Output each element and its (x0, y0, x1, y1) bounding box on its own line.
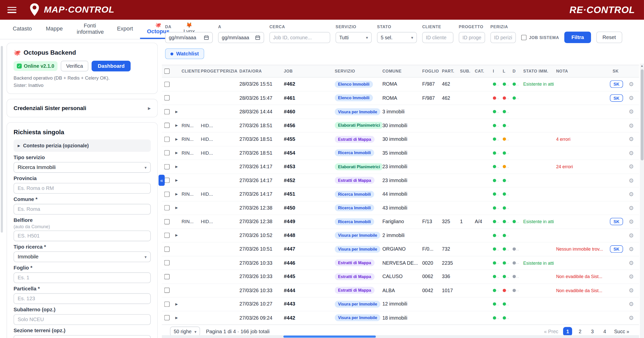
expand-row-icon[interactable]: ▶ (175, 192, 178, 196)
progetto-input[interactable] (459, 32, 485, 43)
next-page-button[interactable]: Succ » (614, 329, 629, 334)
gear-icon[interactable]: ⚙ (629, 81, 634, 87)
expand-row-icon[interactable]: ▶ (175, 137, 178, 141)
row-checkbox[interactable] (164, 301, 169, 307)
table-row[interactable]: ▶RIN...HID...27/03/26 18:51#454Ricerca I… (162, 146, 639, 160)
table-row[interactable]: 27/03/26 10:33#446Estratti di MappaNERVE… (162, 256, 639, 270)
table-row[interactable]: ▶27/03/26 14:17#453Elaborati Planimetric… (162, 160, 639, 174)
menu-icon[interactable] (7, 7, 16, 13)
gear-icon[interactable]: ⚙ (629, 287, 634, 294)
row-checkbox[interactable] (164, 123, 169, 128)
subalterno-opz-input[interactable] (14, 314, 151, 325)
row-checkbox[interactable] (164, 109, 169, 114)
row-checkbox[interactable] (164, 95, 169, 100)
gear-icon[interactable]: ⚙ (629, 232, 634, 239)
row-checkbox[interactable] (164, 150, 169, 156)
dashboard-button[interactable]: Dashboard (92, 61, 131, 71)
row-checkbox[interactable] (164, 247, 169, 252)
expand-row-icon[interactable]: ▶ (175, 316, 178, 320)
table-row[interactable]: ▶28/03/26 14:44#460Visura per Immobile3 … (162, 105, 639, 119)
row-checkbox[interactable] (164, 164, 169, 169)
belfiore-input[interactable] (14, 230, 151, 241)
expand-row-icon[interactable]: ▶ (175, 206, 178, 210)
foglio-input[interactable] (14, 273, 151, 283)
verifica-button[interactable]: Verifica (61, 61, 88, 71)
prev-page-button[interactable]: « Prec (544, 329, 558, 334)
sk-badge[interactable]: SK (610, 218, 623, 225)
job-sistema-checkbox[interactable] (521, 35, 526, 40)
stato-select[interactable]: 5 sel. ▾ (377, 32, 417, 43)
expand-row-icon[interactable]: ▶ (175, 124, 178, 127)
row-checkbox[interactable] (164, 219, 169, 224)
row-checkbox[interactable] (164, 191, 169, 197)
table-vertical-scrollbar[interactable]: ▲ (640, 63, 644, 338)
gear-icon[interactable]: ⚙ (629, 301, 634, 307)
page-button-4[interactable]: 4 (600, 327, 609, 336)
table-row[interactable]: 27/03/26 10:33#444Estratti di MappaALBA0… (162, 284, 639, 297)
sidebar-collapse-button[interactable]: « (159, 175, 165, 186)
table-row[interactable]: RIN...HID...27/03/26 12:38#449Ricerca Im… (162, 215, 639, 229)
table-row[interactable]: ▶RIN...HID...27/03/26 14:17#451Ricerca I… (162, 187, 639, 201)
row-checkbox[interactable] (164, 274, 169, 279)
search-input[interactable] (269, 32, 330, 43)
sk-badge[interactable]: SK (610, 245, 623, 253)
provincia-input[interactable] (14, 183, 151, 193)
expand-row-icon[interactable]: ▶ (175, 233, 178, 237)
gear-icon[interactable]: ⚙ (629, 260, 634, 266)
perizia-input[interactable] (490, 32, 516, 43)
gear-icon[interactable]: ⚙ (629, 136, 634, 143)
row-checkbox[interactable] (164, 137, 169, 142)
row-checkbox[interactable] (164, 260, 169, 265)
credenziali-card[interactable]: Credenziali Sister personali ▶ (7, 99, 158, 117)
expand-row-icon[interactable]: ▶ (175, 110, 178, 114)
page-button-1[interactable]: 1 (563, 327, 572, 336)
particella-input[interactable] (14, 293, 151, 304)
row-checkbox[interactable] (164, 288, 169, 293)
sidebar-scrollbar-thumb[interactable] (1, 46, 3, 232)
cliente-input[interactable] (422, 32, 453, 43)
table-row[interactable]: ▶27/03/26 09:24#442Visura per Immobile18… (162, 311, 639, 325)
row-checkbox[interactable] (164, 178, 169, 183)
tab-export[interactable]: Export (110, 20, 140, 39)
date-to-input[interactable]: gg/mm/aaaa (218, 32, 264, 43)
table-row[interactable]: ▶27/03/26 14:17#452Estratti di Mappa23 i… (162, 174, 639, 188)
tipo-ricerca-select[interactable]: Immobile▾ (14, 251, 151, 262)
watchlist-button[interactable]: Watchlist (165, 48, 204, 59)
table-horizontal-scrollbar-thumb[interactable] (283, 335, 376, 337)
table-row[interactable]: 27/03/26 10:33#445Estratti di MappaCALUS… (162, 270, 639, 284)
gear-icon[interactable]: ⚙ (629, 205, 634, 211)
table-row[interactable]: 28/03/26 15:51#462Elenco ImmobiliROMAF/9… (162, 78, 639, 91)
table-vertical-scrollbar-thumb[interactable] (640, 69, 643, 160)
gear-icon[interactable]: ⚙ (629, 177, 634, 184)
scroll-up-icon[interactable]: ▲ (640, 64, 644, 67)
contesto-perizia-toggle[interactable]: ▶ Contesto perizia (opzionale) (14, 140, 151, 152)
comune-input[interactable] (14, 204, 151, 215)
gear-icon[interactable]: ⚙ (629, 246, 634, 252)
sidebar-scrollbar[interactable] (1, 44, 3, 336)
tab-fonti-informative[interactable]: Fonti informative (70, 20, 110, 39)
table-row[interactable]: ▶27/03/26 10:27#443Visura per Immobile12… (162, 297, 639, 311)
sk-badge[interactable]: SK (610, 81, 623, 88)
gear-icon[interactable]: ⚙ (629, 273, 634, 280)
expand-row-icon[interactable]: ▶ (175, 179, 178, 182)
sezione-terreni-opz-input[interactable] (14, 335, 151, 338)
tipo-servizio-select[interactable]: Ricerca Immobili▾ (14, 162, 151, 173)
gear-icon[interactable]: ⚙ (629, 218, 634, 225)
row-checkbox[interactable] (164, 82, 169, 87)
gear-icon[interactable]: ⚙ (629, 108, 634, 115)
row-checkbox[interactable] (164, 205, 169, 211)
page-button-3[interactable]: 3 (588, 327, 597, 336)
table-row[interactable]: ▶RIN...HID...27/03/26 18:51#456Elaborati… (162, 119, 639, 133)
gear-icon[interactable]: ⚙ (629, 122, 634, 129)
expand-row-icon[interactable]: ▶ (175, 165, 178, 168)
row-checkbox[interactable] (164, 315, 169, 320)
reset-button[interactable]: Reset (596, 31, 622, 43)
servizio-select[interactable]: Tutti ▾ (336, 32, 372, 43)
table-row[interactable]: ▶27/03/26 10:52#448Visura per Immobile2 … (162, 229, 639, 243)
expand-row-icon[interactable]: ▶ (175, 151, 178, 155)
table-row[interactable]: ▶RIN...HID...27/03/26 18:51#455Estratti … (162, 132, 639, 146)
select-all-checkbox[interactable] (164, 69, 169, 74)
gear-icon[interactable]: ⚙ (629, 95, 634, 101)
gear-icon[interactable]: ⚙ (629, 150, 634, 156)
tab-catasto[interactable]: Catasto (6, 20, 39, 39)
